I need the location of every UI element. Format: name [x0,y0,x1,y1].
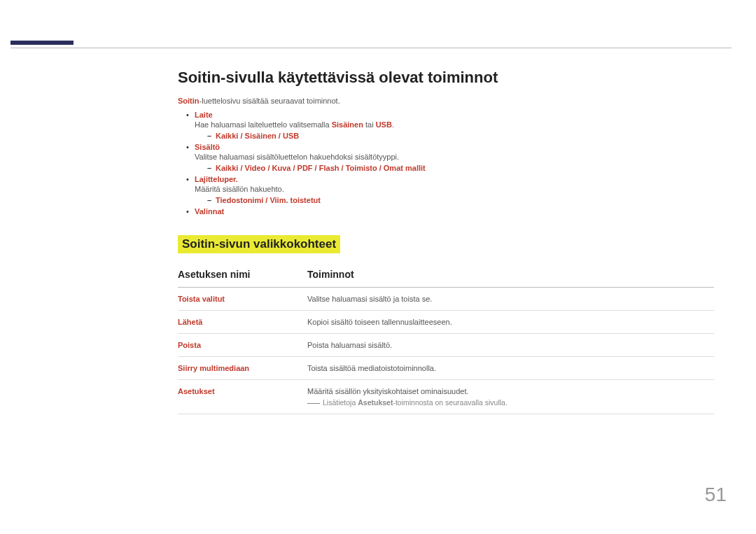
option-func: Määritä sisällön yksityiskohtaiset omina… [307,380,714,414]
feature-sub: Tiedostonimi / Viim. toistetut [207,196,714,204]
sub-option: Kaikki / Video / Kuva / PDF / Flash / To… [216,164,426,172]
sub-option: Tiedostonimi / Viim. toistetut [216,196,321,204]
feature-item-sisalto: Sisältö Valitse haluamasi sisältöluettel… [186,143,714,172]
column-header-name: Asetuksen nimi [178,263,307,288]
feature-item-laite: Laite Hae haluamasi laiteluettelo valits… [186,111,714,140]
option-name: Siirry multimediaan [178,357,307,380]
intro-text: Soitin-luettelosivu sisältää seuraavat t… [178,97,714,105]
table-row: Asetukset Määritä sisällön yksityiskohta… [178,380,714,414]
option-name: Lähetä [178,311,307,334]
table-row: Toista valitut Valitse haluamasi sisältö… [178,288,714,311]
option-note: Lisätietoja Asetukset-toiminnosta on seu… [307,398,714,407]
option-func: Valitse haluamasi sisältö ja toista se. [307,288,714,311]
feature-label: Lajitteluper. [195,175,238,183]
feature-item-valinnat: Valinnat [186,207,714,216]
feature-desc: Valitse haluamasi sisältöluettelon hakue… [195,153,714,161]
option-func: Toista sisältöä mediatoistotoiminnolla. [307,357,714,380]
feature-label: Valinnat [195,207,224,216]
option-func: Poista haluamasi sisältö. [307,334,714,357]
table-row: Poista Poista haluamasi sisältö. [178,334,714,357]
feature-sub: Kaikki / Sisäinen / USB [207,132,714,140]
feature-sub: Kaikki / Video / Kuva / PDF / Flash / To… [207,164,714,172]
feature-label: Laite [195,111,213,119]
intro-rest: -luettelosivu sisältää seuraavat toiminn… [200,97,340,105]
option-name: Toista valitut [178,288,307,311]
feature-list: Laite Hae haluamasi laiteluettelo valits… [186,111,714,216]
options-table: Asetuksen nimi Toiminnot Toista valitut … [178,263,714,414]
header-accent-bar [10,41,74,45]
feature-label: Sisältö [195,143,220,151]
header-divider [10,48,732,48]
long-dash-icon [307,403,320,404]
feature-item-lajittelu: Lajitteluper. Määritä sisällön hakuehto.… [186,175,714,204]
option-name: Asetukset [178,380,307,414]
intro-strong: Soitin [178,97,200,105]
section-title: Soitin-sivun valikkokohteet [178,235,340,253]
sub-option: Kaikki / Sisäinen / USB [216,132,299,140]
table-row: Lähetä Kopioi sisältö toiseen tallennusl… [178,311,714,334]
column-header-func: Toiminnot [307,263,714,288]
page-content: Soitin-sivulla käytettävissä olevat toim… [178,69,714,414]
page-title: Soitin-sivulla käytettävissä olevat toim… [178,69,714,87]
option-func: Kopioi sisältö toiseen tallennuslaittees… [307,311,714,334]
option-name: Poista [178,334,307,357]
feature-desc: Hae haluamasi laiteluettelo valitsemalla… [195,120,714,129]
table-row: Siirry multimediaan Toista sisältöä medi… [178,357,714,380]
feature-desc: Määritä sisällön hakuehto. [195,185,714,193]
page-number: 51 [705,484,727,506]
